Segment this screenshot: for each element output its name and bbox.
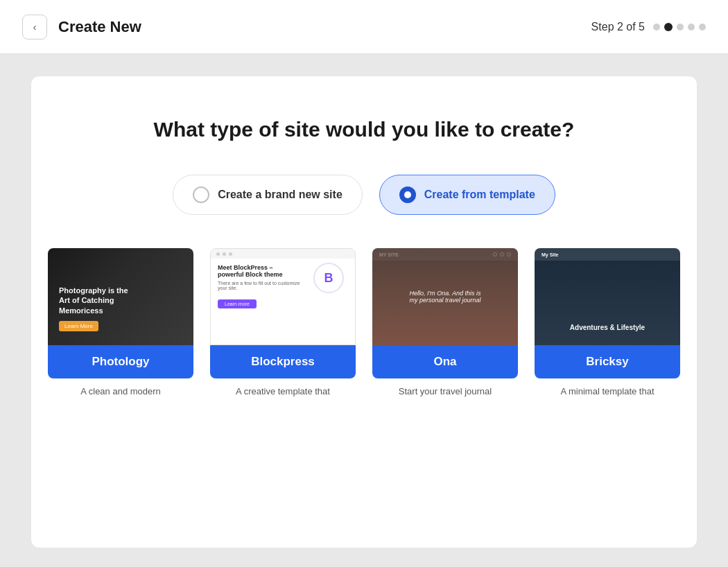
content-card: What type of site would you like to crea… — [31, 76, 697, 548]
blockpress-header — [211, 249, 355, 259]
header-right: Step 2 of 5 — [591, 21, 706, 33]
back-button[interactable]: ‹ — [22, 15, 47, 40]
main-question: What type of site would you like to crea… — [64, 118, 664, 141]
photology-name: Photology — [92, 355, 149, 368]
from-template-radio — [399, 186, 416, 203]
template-ona[interactable]: MY SITE Hello, I'm Ona. And this ismy pe… — [372, 248, 518, 398]
photology-preview-btn: Learn More — [59, 321, 98, 331]
photology-label-box: Photology — [48, 345, 193, 378]
blockpress-desc: A creative template that — [210, 385, 356, 398]
step-dots — [653, 23, 706, 31]
main-wrapper: What type of site would you like to crea… — [0, 54, 728, 567]
ona-preview-text: Hello, I'm Ona. And this ismy personal t… — [395, 290, 494, 304]
bp-b-circle: B — [313, 263, 344, 293]
radio-inner-dot — [404, 191, 411, 198]
step-dot-3 — [677, 24, 684, 30]
ona-desc: Start your travel journal — [372, 385, 518, 398]
bricksy-preview-text: Adventures & Lifestyle — [535, 324, 680, 331]
ona-photo: Hello, I'm Ona. And this ismy personal t… — [372, 248, 518, 345]
brand-new-option[interactable]: Create a brand new site — [173, 175, 363, 215]
bp-dot2 — [223, 252, 226, 256]
site-type-options: Create a brand new site Create from temp… — [64, 175, 664, 215]
photology-desc: A clean and modern — [48, 385, 193, 398]
bp-dot3 — [229, 252, 232, 256]
blockpress-preview: Meet BlockPress –powerful Block theme Th… — [210, 248, 356, 345]
from-template-label: Create from template — [424, 189, 535, 201]
bp-dot1 — [216, 252, 220, 256]
ona-name: Ona — [433, 355, 456, 368]
step-indicator: Step 2 of 5 — [591, 21, 645, 33]
template-blockpress[interactable]: Meet BlockPress –powerful Block theme Th… — [210, 248, 356, 398]
step-dot-5 — [699, 24, 706, 30]
bp-b-icon: B — [324, 271, 333, 286]
ona-preview: MY SITE Hello, I'm Ona. And this ismy pe… — [372, 248, 518, 345]
from-template-option[interactable]: Create from template — [379, 175, 555, 215]
page-title: Create New — [58, 18, 141, 36]
template-photology[interactable]: Photography is theArt of CatchingMemoric… — [48, 248, 193, 398]
step-dot-1 — [653, 24, 660, 30]
step-dot-2 — [664, 23, 673, 31]
blockpress-name: Blockpress — [251, 355, 315, 368]
photology-preview: Photography is theArt of CatchingMemoric… — [48, 248, 193, 345]
blockpress-label-box: Blockpress — [210, 345, 356, 378]
bricksy-name: Bricksy — [586, 355, 628, 368]
photology-overlay: Photography is theArt of CatchingMemoric… — [59, 286, 128, 331]
chevron-left-icon: ‹ — [33, 21, 37, 33]
templates-grid: Photography is theArt of CatchingMemoric… — [64, 248, 664, 398]
brand-new-radio — [193, 186, 209, 203]
ona-label-box: Ona — [372, 345, 518, 378]
bricksy-label-box: Bricksy — [535, 345, 680, 378]
template-bricksy[interactable]: My Site Adventures & Lifestyle Bricksy A… — [535, 248, 680, 398]
bricksy-desc: A minimal template that — [535, 385, 680, 398]
header-left: ‹ Create New — [22, 15, 141, 40]
bricksy-site-logo: My Site — [541, 252, 559, 257]
header: ‹ Create New Step 2 of 5 — [0, 0, 728, 54]
bp-preview-btn: Learn more — [218, 299, 257, 308]
bricksy-preview: My Site Adventures & Lifestyle — [535, 248, 680, 345]
brand-new-label: Create a brand new site — [218, 189, 343, 201]
step-dot-4 — [688, 24, 695, 30]
bricksy-header: My Site — [535, 248, 680, 261]
photology-preview-text: Photography is theArt of CatchingMemoric… — [59, 286, 128, 315]
